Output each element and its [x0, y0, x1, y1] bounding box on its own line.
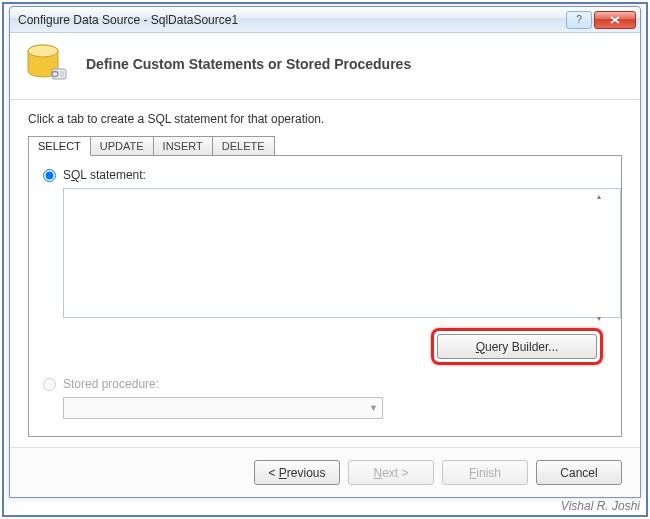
- instruction-text: Click a tab to create a SQL statement fo…: [28, 112, 622, 126]
- tab-delete[interactable]: DELETE: [212, 136, 275, 156]
- query-builder-highlight: Query Builder...: [431, 328, 603, 365]
- tab-select[interactable]: SELECT: [28, 136, 91, 156]
- close-icon: [610, 16, 620, 24]
- chevron-down-icon: ▼: [369, 403, 378, 413]
- help-button[interactable]: ?: [566, 11, 592, 29]
- svg-point-1: [28, 45, 58, 57]
- stored-procedure-radio: [43, 378, 56, 391]
- scroll-down-icon: ▾: [597, 314, 601, 323]
- tab-panel: SQL statement: ▴ ▾ Query Builder... Stor…: [28, 155, 622, 437]
- tab-strip: SELECT UPDATE INSERT DELETE: [28, 136, 622, 156]
- sql-statement-option[interactable]: SQL statement:: [43, 168, 607, 182]
- stored-procedure-option: Stored procedure:: [43, 377, 607, 391]
- stored-procedure-select: ▼: [63, 397, 383, 419]
- window-title: Configure Data Source - SqlDataSource1: [18, 13, 564, 27]
- title-bar: Configure Data Source - SqlDataSource1 ?: [10, 7, 640, 33]
- next-button: Next >: [348, 460, 434, 485]
- wizard-title: Define Custom Statements or Stored Proce…: [86, 56, 411, 72]
- database-icon: [24, 43, 72, 85]
- cancel-button[interactable]: Cancel: [536, 460, 622, 485]
- sql-statement-textarea[interactable]: [63, 188, 621, 318]
- finish-button: Finish: [442, 460, 528, 485]
- wizard-header: Define Custom Statements or Stored Proce…: [10, 33, 640, 100]
- dialog-window: Configure Data Source - SqlDataSource1 ?…: [9, 6, 641, 498]
- tab-insert[interactable]: INSERT: [153, 136, 213, 156]
- watermark-text: Vishal R. Joshi: [561, 499, 640, 513]
- scroll-up-icon: ▴: [597, 192, 601, 201]
- tab-update[interactable]: UPDATE: [90, 136, 154, 156]
- svg-rect-4: [60, 71, 64, 77]
- wizard-footer: < Previous Next > Finish Cancel: [10, 447, 640, 497]
- query-builder-button[interactable]: Query Builder...: [437, 334, 597, 359]
- stored-procedure-label: Stored procedure:: [63, 377, 159, 391]
- close-button[interactable]: [594, 11, 636, 29]
- sql-statement-radio[interactable]: [43, 169, 56, 182]
- previous-button[interactable]: < Previous: [254, 460, 340, 485]
